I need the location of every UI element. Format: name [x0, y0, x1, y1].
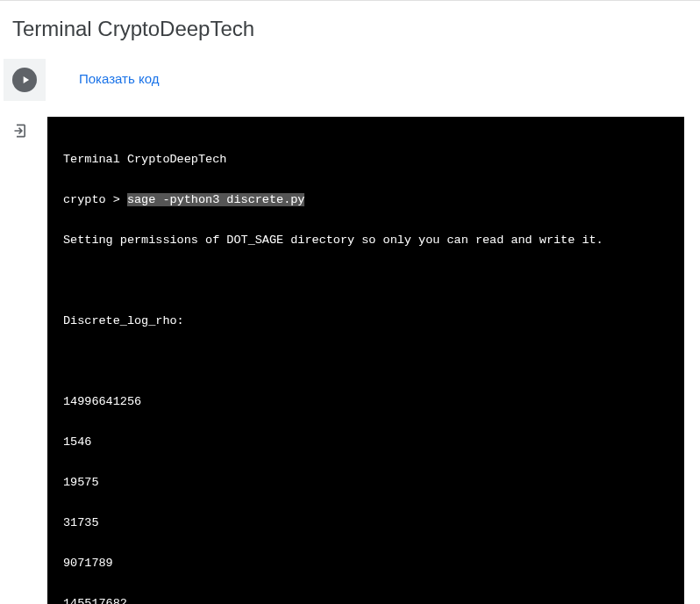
terminal-value: 9071789: [63, 553, 668, 573]
terminal-blank: [63, 351, 668, 371]
page-title: Terminal CryptoDeepTech: [0, 0, 700, 59]
prompt-text: crypto >: [63, 193, 127, 206]
terminal-value: 31735: [63, 513, 668, 533]
terminal-command: sage -python3 discrete.py: [127, 193, 305, 206]
terminal-header-line: Terminal CryptoDeepTech: [63, 149, 668, 169]
terminal-blank: [63, 270, 668, 291]
section-discrete-log: Discrete_log_rho:: [63, 311, 668, 331]
terminal-value: 1546: [63, 432, 668, 452]
terminal-output: Terminal CryptoDeepTech crypto > sage -p…: [47, 117, 684, 604]
execute-button[interactable]: [12, 68, 37, 92]
terminal-value: 145517682: [63, 593, 668, 604]
output-icon[interactable]: [12, 122, 30, 140]
terminal-value: 19575: [63, 472, 668, 493]
output-row: Terminal CryptoDeepTech crypto > sage -p…: [0, 117, 700, 604]
execute-button-wrap: [4, 59, 46, 101]
terminal-permissions-line: Setting permissions of DOT_SAGE director…: [63, 230, 668, 250]
terminal-value: 14996641256: [63, 392, 668, 412]
code-cell-header: Показать код: [0, 59, 700, 101]
show-code-link[interactable]: Показать код: [46, 59, 159, 101]
play-icon: [19, 74, 32, 86]
output-gutter: [0, 117, 47, 140]
terminal-prompt-line: crypto > sage -python3 discrete.py: [63, 190, 668, 210]
